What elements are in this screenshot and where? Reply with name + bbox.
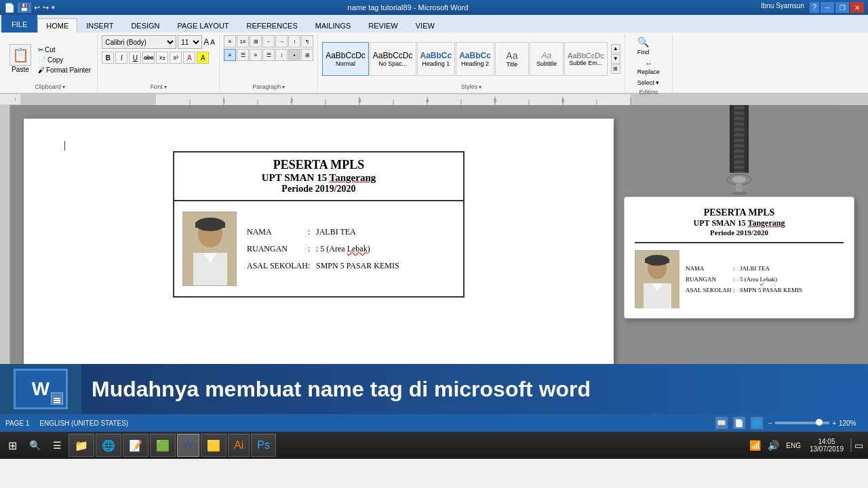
superscript-button[interactable]: x² [170,52,182,64]
styles-scroll-up[interactable]: ▲ [611,44,620,54]
find-button[interactable]: 🔍 Find [635,35,652,57]
style-heading1[interactable]: AaBbCc Heading 1 [417,42,456,76]
word-taskbar-button[interactable]: W [177,434,199,457]
style-subtitle[interactable]: Aa Subtitle [530,42,564,76]
font-shrink-button[interactable]: A [210,39,215,46]
zoom-slider[interactable] [775,422,829,424]
tab-mailings[interactable]: MAILINGS [307,18,360,33]
restore-button[interactable]: ❐ [835,2,849,13]
bold-button[interactable]: B [102,52,114,64]
language-indicator[interactable]: ENGLISH (UNITED STATES) [39,420,128,427]
show-formatting-button[interactable]: ¶ [301,35,313,47]
svg-text:2: 2 [290,98,294,104]
badge-label-ruangan: RUANGAN [686,276,733,283]
minimize-button[interactable]: ─ [821,2,834,13]
align-right-button[interactable]: ≡ [250,49,262,61]
styles-expand[interactable]: ⊞ [611,64,620,74]
align-left-button[interactable]: ≡ [224,49,236,61]
style-normal[interactable]: AaBbCcDc Normal [322,42,369,76]
print-layout-icon[interactable]: 📄 [733,417,745,429]
sort-button[interactable]: ↕ [288,35,300,47]
document-area[interactable]: PESERTA MPLS UPT SMAN 15 Tangerang Perio… [10,105,868,364]
name-tag-info: NAMA : JALBI TEA RUANGAN : : 5 (Area Leb… [247,211,455,286]
bullets-button[interactable]: ≡ [224,35,236,47]
tab-view[interactable]: VIEW [407,18,443,33]
tab-design[interactable]: DESIGN [122,18,168,33]
zoom-out-button[interactable]: − [768,420,772,427]
illustrator-button[interactable]: Ai [228,434,250,457]
svg-rect-31 [732,192,746,195]
tab-insert[interactable]: INSERT [77,18,122,33]
justify-button[interactable]: ☰ [262,49,275,61]
undo-icon[interactable]: ↩ [34,3,40,12]
line-spacing-button[interactable]: ↕ [275,49,288,61]
page-indicator[interactable]: PAGE 1 [5,420,29,427]
style-heading2[interactable]: AaBbCc Heading 2 [456,42,494,76]
read-mode-icon[interactable]: 📖 [715,417,728,429]
help-icon[interactable]: ? [810,2,819,13]
start-button[interactable]: ⊞ [3,434,22,457]
tab-references[interactable]: REFERENCES [238,18,307,33]
clipboard-group: 📋 Paste ✂Cut 📄Copy 🖌Format Painter [3,34,98,92]
search-button[interactable]: 🔍 [24,434,46,457]
text-color-button[interactable]: A [183,52,195,64]
clipboard-buttons: 📋 Paste ✂Cut 📄Copy 🖌Format Painter [7,35,93,82]
copy-button[interactable]: 📄Copy [36,56,93,64]
lanyard-area: PESERTA MPLS UPT SMAN 15 Tangerang Perio… [624,105,854,319]
paste-button[interactable]: 📋 Paste [7,43,34,75]
styles-scroll-down[interactable]: ▼ [611,54,620,64]
tab-page-layout[interactable]: PAGE LAYOUT [169,18,238,33]
file-explorer-button[interactable]: 📁 [68,434,94,457]
yellow-app-button[interactable]: 🟨 [201,434,226,457]
green-app-button[interactable]: 🟩 [150,434,176,457]
badge-title1: PESERTA MPLS [635,207,844,218]
close-button[interactable]: ✕ [850,2,864,13]
decrease-indent-button[interactable]: ← [262,35,275,47]
tab-review[interactable]: REVIEW [359,18,406,33]
task-view-button[interactable]: ☰ [47,434,67,457]
tab-file[interactable]: FILE [1,15,37,33]
replace-button[interactable]: ↔ Replace [635,58,663,77]
select-button[interactable]: Select ▾ [635,78,663,87]
tab-home[interactable]: HOME [37,18,77,33]
quick-save-icon[interactable]: 💾 [18,3,31,13]
font-name-select[interactable]: Calibri (Body) [102,35,176,49]
show-desktop-button[interactable]: ▭ [850,439,865,452]
notepad-button[interactable]: 📝 [123,434,149,457]
network-tray-icon[interactable]: 📶 [747,439,763,452]
badge-row-asal: ASAL SEKOLAH : SMPN 5 PASAR KEMIS [686,287,802,293]
highlight-button[interactable]: A [197,52,209,64]
underline-button[interactable]: U [129,52,141,64]
borders-button[interactable]: ⊞ [301,49,313,61]
multilevel-button[interactable]: ⊞ [250,35,262,47]
web-layout-icon[interactable]: 🌐 [751,417,763,429]
clip-svg [722,173,756,197]
font-size-select[interactable]: 11 [178,35,202,49]
zoom-in-button[interactable]: + [832,420,836,427]
align-center-button[interactable]: ☰ [237,49,249,61]
language-tray[interactable]: ENG [784,441,803,451]
style-title[interactable]: Aa Title [495,42,529,76]
increase-indent-button[interactable]: → [275,35,288,47]
strikethrough-button[interactable]: abc [142,52,155,64]
format-painter-button[interactable]: 🖌Format Painter [36,66,93,75]
badge-label-nama: NAMA [686,265,733,272]
shading-button[interactable]: ▪ [288,49,300,61]
zoom-level[interactable]: 120% [839,420,863,427]
edge-button[interactable]: 🌐 [96,434,121,457]
redo-icon[interactable]: ↪ [43,3,49,12]
info-row-asal: ASAL SEKOLAH : SMPN 5 PASAR KEMIS [247,261,455,271]
font-grow-button[interactable]: A [203,37,209,47]
cut-button[interactable]: ✂Cut [36,45,93,54]
numbering-button[interactable]: 1≡ [237,35,249,47]
info-value-nama: JALBI TEA [316,227,455,237]
name-tag-title3: Periode 2019/2020 [181,184,456,195]
style-subtle-em[interactable]: AaBbCcDc Subtle Em... [564,42,608,76]
volume-tray-icon[interactable]: 🔊 [766,439,781,452]
clock[interactable]: 14:05 13/07/2019 [806,438,848,453]
style-no-spacing[interactable]: AaBbCcDc No Spac... [370,42,416,76]
subscript-button[interactable]: x₂ [156,52,168,64]
photoshop-button[interactable]: Ps [251,434,276,457]
italic-button[interactable]: I [115,52,127,64]
styles-group: AaBbCcDc Normal AaBbCcDc No Spac... AaBb… [318,34,625,92]
